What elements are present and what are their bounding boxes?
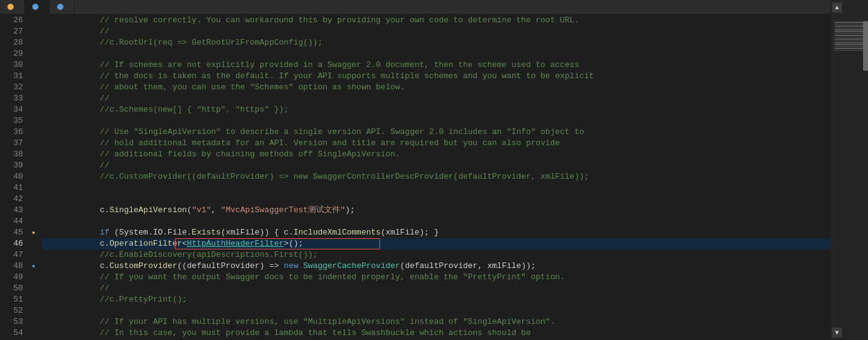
gutter-line xyxy=(28,283,39,294)
scrollbar-right[interactable]: ▲ xyxy=(831,0,868,340)
line-number: 30 xyxy=(0,60,23,71)
scroll-up-button[interactable]: ▲ xyxy=(832,2,842,12)
gutter-line xyxy=(28,138,39,149)
gutter-line xyxy=(28,216,39,227)
scroll-down-button[interactable]: ▼ xyxy=(832,328,842,338)
bottom-buttons: ▼ xyxy=(831,325,868,340)
gutter xyxy=(28,14,39,340)
code-line xyxy=(42,305,831,316)
code-line xyxy=(42,194,831,205)
minimap-line xyxy=(834,25,864,27)
highlighted-code-line: c.OperationFilter<HttpAuthHeaderFilter>(… xyxy=(42,238,831,249)
line-number: 54 xyxy=(0,328,23,339)
line-number: 41 xyxy=(0,182,23,194)
scrollbar-thumb[interactable] xyxy=(863,21,868,71)
code-content[interactable]: // resolve correctly. You can workaround… xyxy=(39,14,831,340)
minimap-line xyxy=(834,38,864,40)
minimap-line xyxy=(834,37,864,38)
gutter-line xyxy=(28,82,39,93)
code-line: // If your API has multiple versions, us… xyxy=(42,316,831,328)
gutter-line xyxy=(28,249,39,261)
minimap-line xyxy=(834,40,864,42)
code-line xyxy=(42,115,831,127)
line-number: 35 xyxy=(0,115,23,127)
line-number: 26 xyxy=(0,15,23,26)
line-number: 34 xyxy=(0,104,23,115)
gutter-line xyxy=(28,238,39,249)
editor-container: 2627282930313233343536373839404142434445… xyxy=(0,0,868,340)
line-number: 29 xyxy=(0,48,23,60)
minimap-line xyxy=(834,44,864,45)
code-line: //c.PrettyPrint(); xyxy=(42,294,831,305)
breakpoint-indicator xyxy=(32,231,35,234)
line-number: 51 xyxy=(0,294,23,305)
code-line: // hold additional metadata for an API. … xyxy=(42,138,831,149)
gutter-line xyxy=(28,305,39,316)
code-line: c.CustomProvider((defaultProvider) => ne… xyxy=(42,261,831,272)
line-number: 32 xyxy=(0,82,23,93)
gutter-line xyxy=(28,205,39,216)
line-number: 38 xyxy=(0,149,23,160)
code-line: //c.CustomProvider((defaultProvider) => … xyxy=(42,171,831,182)
line-number: 47 xyxy=(0,249,23,261)
line-number: 45 xyxy=(0,227,23,238)
code-area: 2627282930313233343536373839404142434445… xyxy=(0,0,831,340)
gutter-line xyxy=(28,194,39,205)
gutter-line xyxy=(28,48,39,60)
line-number: 50 xyxy=(0,283,23,294)
gutter-line xyxy=(28,316,39,328)
gutter-line xyxy=(28,149,39,160)
code-line: // If schemes are not explicitly provide… xyxy=(42,60,831,71)
code-line: if (System.IO.File.Exists(xmlFile)) { c.… xyxy=(42,227,831,238)
code-line: // about them, you can use the "Schemes"… xyxy=(42,82,831,93)
gutter-line xyxy=(28,261,39,272)
line-number: 42 xyxy=(0,194,23,205)
code-line: //c.EnableDiscovery(apiDescriptions.Firs… xyxy=(42,249,831,261)
code-line xyxy=(42,182,831,194)
line-number: 37 xyxy=(0,138,23,149)
minimap-line xyxy=(834,24,864,25)
code-line: // xyxy=(42,93,831,104)
gutter-line xyxy=(28,272,39,283)
line-numbers: 2627282930313233343536373839404142434445… xyxy=(0,14,28,340)
line-number: 36 xyxy=(0,127,23,138)
code-line: // xyxy=(42,26,831,37)
minimap-line xyxy=(834,27,864,29)
code-line: c.SingleApiVersion("v1", "MvcApiSwaggerT… xyxy=(42,205,831,216)
line-number: 52 xyxy=(0,305,23,316)
code-line xyxy=(42,216,831,227)
gutter-line xyxy=(28,182,39,194)
minimap-line xyxy=(834,35,864,36)
minimap-line xyxy=(834,31,864,32)
line-number: 48 xyxy=(0,261,23,272)
gutter-line xyxy=(28,171,39,182)
code-line: // Use "SingleApiVersion" to describe a … xyxy=(42,127,831,138)
line-number: 46 xyxy=(0,238,23,249)
code-line: // xyxy=(42,160,831,171)
code-line: //c.RootUrl(req => GetRootUrlFromAppConf… xyxy=(42,37,831,48)
line-number: 53 xyxy=(0,316,23,328)
minimap-line xyxy=(834,46,864,47)
gutter-line xyxy=(28,227,39,238)
side-buttons: ▲ xyxy=(831,0,868,15)
code-line: // resolve correctly. You can workaround… xyxy=(42,15,831,26)
gutter-line xyxy=(28,60,39,71)
line-number: 49 xyxy=(0,272,23,283)
minimap-line xyxy=(834,48,864,49)
gutter-line xyxy=(28,15,39,26)
line-number: 31 xyxy=(0,71,23,82)
line-number: 43 xyxy=(0,205,23,216)
code-line: // If you want the output Swagger docs t… xyxy=(42,272,831,283)
gutter-line xyxy=(28,160,39,171)
code-line: // the docs is taken as the default. If … xyxy=(42,71,831,82)
minimap-line xyxy=(834,29,864,30)
gutter-line xyxy=(28,127,39,138)
minimap[interactable] xyxy=(831,15,868,325)
gutter-line xyxy=(28,71,39,82)
breakpoint-indicator xyxy=(32,265,35,267)
minimap-line xyxy=(834,33,864,34)
code-line: //c.Schemes(new[] { "http", "https" }); xyxy=(42,104,831,115)
line-number: 27 xyxy=(0,26,23,37)
gutter-line xyxy=(28,26,39,37)
minimap-line xyxy=(834,22,864,23)
